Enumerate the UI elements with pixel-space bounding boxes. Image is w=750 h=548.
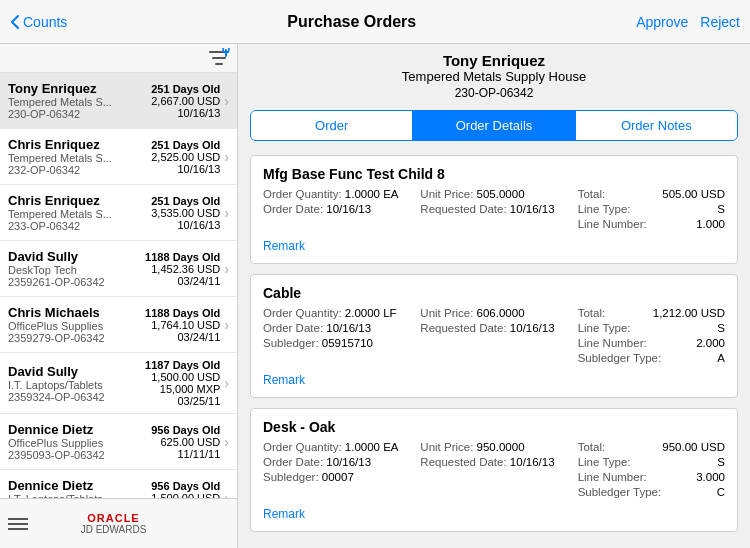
list-item-sub2: 232-OP-06342: [8, 164, 151, 176]
remark-link[interactable]: Remark: [263, 373, 305, 387]
company-subtitle: Tempered Metals Supply House: [250, 69, 738, 84]
chevron-right-icon: ›: [224, 375, 229, 391]
list-item-sub1: Tempered Metals S...: [8, 152, 151, 164]
list-item-right: 956 Days Old1,500.00 USD11/11/11: [151, 480, 220, 499]
right-panel-header: Tony Enriquez Tempered Metals Supply Hou…: [238, 44, 750, 104]
order-item-title: Desk - Oak: [263, 419, 725, 435]
list-item-sub1: DeskTop Tech: [8, 264, 145, 276]
main-layout: Tony Enriquez Tempered Metals S... 230-O…: [0, 44, 750, 548]
right-panel: Tony Enriquez Tempered Metals Supply Hou…: [238, 44, 750, 548]
chevron-right-icon: ›: [224, 317, 229, 333]
chevron-right-icon: ›: [224, 434, 229, 450]
tab-order[interactable]: Order: [251, 111, 412, 140]
chevron-right-icon: ›: [224, 149, 229, 165]
svg-rect-2: [215, 63, 223, 65]
approve-button[interactable]: Approve: [636, 14, 688, 30]
list-item-sub2: 2359324-OP-06342: [8, 391, 145, 403]
list-item-name: David Sully: [8, 249, 145, 264]
chevron-right-icon: ›: [224, 205, 229, 221]
back-label: Counts: [23, 14, 67, 30]
order-item-title: Mfg Base Func Test Child 8: [263, 166, 725, 182]
list-item[interactable]: David Sully I.T. Laptops/Tablets 2359324…: [0, 353, 237, 414]
list-item-name: Dennice Dietz: [8, 478, 151, 493]
left-panel-header: [0, 44, 237, 73]
list-item[interactable]: Dennice Dietz I.T. Laptops/Tablets 23951…: [0, 470, 237, 498]
list-item[interactable]: David Sully DeskTop Tech 2359261-OP-0634…: [0, 241, 237, 297]
list-item-right: 251 Days Old2,525.00 USD10/16/13: [151, 139, 220, 175]
page-title: Purchase Orders: [67, 13, 636, 31]
order-number: 230-OP-06342: [250, 86, 738, 100]
list-item-sub2: 233-OP-06342: [8, 220, 151, 232]
tab-order-notes[interactable]: Order Notes: [575, 111, 737, 140]
jde-text: JD EDWARDS: [81, 524, 147, 535]
list-item-name: Chris Michaels: [8, 305, 145, 320]
tab-order-details[interactable]: Order Details: [412, 111, 574, 140]
back-button[interactable]: Counts: [10, 14, 67, 30]
oracle-logo: ORACLE JD EDWARDS: [81, 512, 147, 535]
list-item-sub1: Tempered Metals S...: [8, 208, 151, 220]
content-area: Mfg Base Func Test Child 8 Order Quantit…: [238, 147, 750, 548]
reject-button[interactable]: Reject: [700, 14, 740, 30]
list-item[interactable]: Tony Enriquez Tempered Metals S... 230-O…: [0, 73, 237, 129]
list-item-right: 1188 Days Old1,452.36 USD03/24/11: [145, 251, 220, 287]
back-chevron-icon: [10, 14, 20, 30]
list-item-sub2: 2359279-OP-06342: [8, 332, 145, 344]
list-item-sub1: I.T. Laptops/Tablets: [8, 379, 145, 391]
list-item-name: Dennice Dietz: [8, 422, 151, 437]
remark-link[interactable]: Remark: [263, 507, 305, 521]
list-item-name: Chris Enriquez: [8, 137, 151, 152]
list-item-sub1: OfficePlus Supplies: [8, 437, 151, 449]
list-item-sub2: 230-OP-06342: [8, 108, 151, 120]
list-item-right: 1188 Days Old1,764.10 USD03/24/11: [145, 307, 220, 343]
order-item: Mfg Base Func Test Child 8 Order Quantit…: [250, 155, 738, 264]
list-item-name: David Sully: [8, 364, 145, 379]
remark-link[interactable]: Remark: [263, 239, 305, 253]
svg-rect-1: [212, 57, 226, 59]
list-item[interactable]: Chris Enriquez Tempered Metals S... 233-…: [0, 185, 237, 241]
top-navigation: Counts Purchase Orders Approve Reject: [0, 0, 750, 44]
list-item-right: 1187 Days Old1,500.00 USD15,000 MXP03/25…: [145, 359, 220, 407]
nav-actions: Approve Reject: [636, 14, 740, 30]
left-panel-footer: ORACLE JD EDWARDS: [0, 498, 237, 548]
tab-bar: Order Order Details Order Notes: [250, 110, 738, 141]
list-item-right: 251 Days Old2,667.00 USD10/16/13: [151, 83, 220, 119]
company-name: Tony Enriquez: [250, 52, 738, 69]
chevron-right-icon: ›: [224, 261, 229, 277]
list-item-name: Chris Enriquez: [8, 193, 151, 208]
list-item-right: 956 Days Old625.00 USD11/11/11: [151, 424, 220, 460]
list-item-right: 251 Days Old3,535.00 USD10/16/13: [151, 195, 220, 231]
list-item-sub2: 2359261-OP-06342: [8, 276, 145, 288]
order-item: Desk - Oak Order Quantity: 1.0000 EA Ord…: [250, 408, 738, 532]
left-panel: Tony Enriquez Tempered Metals S... 230-O…: [0, 44, 238, 548]
list-item[interactable]: Chris Enriquez Tempered Metals S... 232-…: [0, 129, 237, 185]
chevron-right-icon: ›: [224, 93, 229, 109]
filter-icon[interactable]: [207, 48, 231, 68]
list-item-sub2: 2395093-OP-06342: [8, 449, 151, 461]
list-item-sub1: OfficePlus Supplies: [8, 320, 145, 332]
order-item-title: Cable: [263, 285, 725, 301]
list-item[interactable]: Chris Michaels OfficePlus Supplies 23592…: [0, 297, 237, 353]
hamburger-menu-button[interactable]: [8, 518, 28, 530]
list-panel: Tony Enriquez Tempered Metals S... 230-O…: [0, 73, 237, 498]
oracle-text: ORACLE: [81, 512, 147, 524]
list-item-name: Tony Enriquez: [8, 81, 151, 96]
list-item[interactable]: Dennice Dietz OfficePlus Supplies 239509…: [0, 414, 237, 470]
order-item: Cable Order Quantity: 2.0000 LF Order Da…: [250, 274, 738, 398]
chevron-right-icon: ›: [224, 490, 229, 499]
list-item-sub1: Tempered Metals S...: [8, 96, 151, 108]
